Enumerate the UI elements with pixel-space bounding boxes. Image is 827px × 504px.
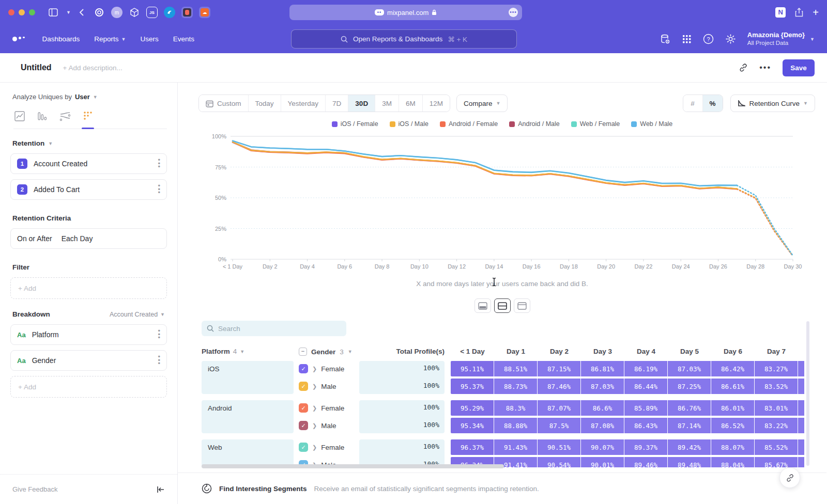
range-yesterday[interactable]: Yesterday (281, 95, 326, 112)
unit-percent-button[interactable]: % (703, 95, 723, 112)
breakdown-gender[interactable]: Aa Gender ••• (10, 350, 167, 371)
tab-retention[interactable] (82, 110, 94, 122)
cloud-extension-icon[interactable]: ☁ (199, 7, 210, 18)
retention-step-1[interactable]: 1 Account Created ••• (10, 153, 167, 174)
mixpanel-logo[interactable] (12, 37, 25, 42)
table-search[interactable] (202, 321, 346, 336)
collapse-sidebar-icon[interactable] (157, 486, 165, 493)
copy-link-icon[interactable] (739, 63, 748, 72)
apps-grid-icon[interactable] (682, 35, 692, 44)
retention-cell[interactable] (798, 361, 804, 376)
segments-title[interactable]: Find Interesting Segments (219, 485, 307, 493)
retention-cell[interactable]: 88.07% (711, 439, 754, 455)
share-link-button[interactable] (779, 467, 800, 488)
retention-cell[interactable]: 95.34% (451, 418, 494, 433)
js-extension-icon[interactable]: JS (146, 7, 158, 18)
column-gender[interactable]: − Gender3▼ (299, 348, 353, 356)
nav-reports[interactable]: Reports▼ (94, 35, 126, 43)
tab-funnels[interactable] (36, 110, 49, 122)
retention-cell[interactable]: 87.5% (538, 418, 580, 433)
retention-cell[interactable]: 86.42% (711, 361, 754, 376)
column-day-1[interactable]: Day 1 (494, 348, 538, 355)
retention-cell[interactable]: 85.67% (755, 457, 798, 467)
retention-cell[interactable]: 96.37% (451, 439, 494, 455)
legend-item[interactable]: iOS / Male (390, 120, 428, 128)
retention-cell[interactable]: 86.6% (581, 400, 624, 416)
analyze-value[interactable]: User (75, 93, 90, 101)
criteria-on-or-after[interactable]: On or After (17, 234, 52, 243)
retention-cell[interactable] (798, 439, 804, 455)
column-total-profiles[interactable]: Total Profile(s) (359, 348, 445, 355)
retention-criteria-card[interactable]: On or After Each Day (10, 228, 167, 249)
retention-cell[interactable] (798, 457, 804, 467)
legend-item[interactable]: Android / Female (440, 120, 498, 128)
kebab-menu-icon[interactable]: ••• (158, 184, 160, 195)
report-title[interactable]: Untitled (21, 63, 52, 72)
retention-cell[interactable]: 88.88% (494, 418, 537, 433)
retention-cell[interactable]: 86.76% (668, 400, 711, 416)
series-checkbox[interactable]: ✓ (299, 443, 308, 452)
range-custom[interactable]: Custom (199, 95, 249, 112)
help-icon[interactable]: ? (703, 34, 714, 44)
retention-cell[interactable]: 87.08% (581, 418, 624, 433)
retention-cell[interactable]: 85.52% (755, 439, 798, 455)
retention-cell[interactable]: 86.01% (711, 400, 754, 416)
column-day-5[interactable]: Day 5 (668, 348, 711, 355)
criteria-each-day[interactable]: Each Day (62, 234, 93, 243)
m-extension-icon[interactable]: m (111, 7, 122, 18)
retention-cell[interactable]: 88.73% (494, 379, 537, 394)
add-filter-button[interactable]: + Add (10, 277, 167, 299)
legend-item[interactable]: Web / Male (631, 120, 672, 128)
retention-cell[interactable]: 87.07% (538, 400, 580, 416)
retention-cell[interactable]: 86.52% (711, 418, 754, 433)
retention-cell[interactable]: 83.01% (755, 400, 798, 416)
expand-chevron-icon[interactable]: ❯ (312, 405, 317, 412)
data-management-icon[interactable] (660, 34, 671, 45)
global-search[interactable]: Open Reports & Dashboards ⌘ + K (291, 29, 517, 49)
breakdown-platform[interactable]: Aa Platform ••• (10, 324, 167, 345)
bird-extension-icon[interactable] (164, 7, 175, 18)
column-day-4[interactable]: Day 4 (624, 348, 668, 355)
series-checkbox[interactable]: ✓ (299, 421, 308, 430)
range-6m[interactable]: 6M (399, 95, 423, 112)
retention-cell[interactable]: 89.46% (624, 457, 667, 467)
range-30d[interactable]: 30D (348, 95, 375, 112)
retention-cell[interactable]: 86.43% (624, 418, 667, 433)
retention-cell[interactable]: 86.19% (624, 361, 667, 376)
retention-cell[interactable]: 87.25% (668, 379, 711, 394)
chart-type-dropdown[interactable]: Retention Curve▼ (730, 94, 815, 112)
retention-cell[interactable]: 95.29% (451, 400, 494, 416)
retention-cell[interactable]: 95.11% (451, 361, 494, 376)
retention-cell[interactable]: 88.3% (494, 400, 537, 416)
legend-item[interactable]: Android / Male (509, 120, 560, 128)
range-3m[interactable]: 3M (375, 95, 399, 112)
url-more-icon[interactable]: ••• (509, 8, 518, 17)
retention-cell[interactable]: 88.51% (494, 361, 537, 376)
select-all-checkbox[interactable]: − (299, 348, 307, 356)
notion-icon[interactable]: N (775, 7, 786, 18)
legend-item[interactable]: iOS / Female (332, 120, 378, 128)
layout-split-button[interactable] (494, 298, 511, 313)
retention-cell[interactable]: 86.44% (624, 379, 667, 394)
kebab-menu-icon[interactable]: ••• (158, 355, 160, 366)
give-feedback-link[interactable]: Give Feedback (12, 485, 57, 493)
series-checkbox[interactable]: ✓ (299, 403, 308, 413)
retention-cell[interactable]: 91.43% (494, 439, 537, 455)
column-day-3[interactable]: Day 3 (581, 348, 624, 355)
column-day-7[interactable]: Day 7 (755, 348, 798, 355)
retention-cell[interactable]: 87.15% (538, 361, 580, 376)
platform-cell[interactable]: Web (202, 439, 294, 467)
maximize-window-button[interactable] (29, 9, 35, 15)
retention-cell[interactable]: 83.27% (755, 361, 798, 376)
retention-cell[interactable]: 95.37% (451, 379, 494, 394)
range-12m[interactable]: 12M (423, 95, 450, 112)
expand-chevron-icon[interactable]: ❯ (312, 383, 317, 390)
save-button[interactable]: Save (783, 59, 815, 76)
legend-item[interactable]: Web / Female (571, 120, 620, 128)
retention-cell[interactable]: 90.01% (581, 457, 624, 467)
retention-cell[interactable]: 90.54% (538, 457, 580, 467)
retention-cell[interactable]: 83.22% (755, 418, 798, 433)
cube-extension-icon[interactable] (129, 7, 140, 18)
project-switcher[interactable]: Amazonia {Demo} All Project Data ▼ (747, 31, 815, 47)
retention-line-chart[interactable]: 100%75%50%25%0%< 1 DayDay 2Day 4Day 6Day… (188, 130, 816, 280)
